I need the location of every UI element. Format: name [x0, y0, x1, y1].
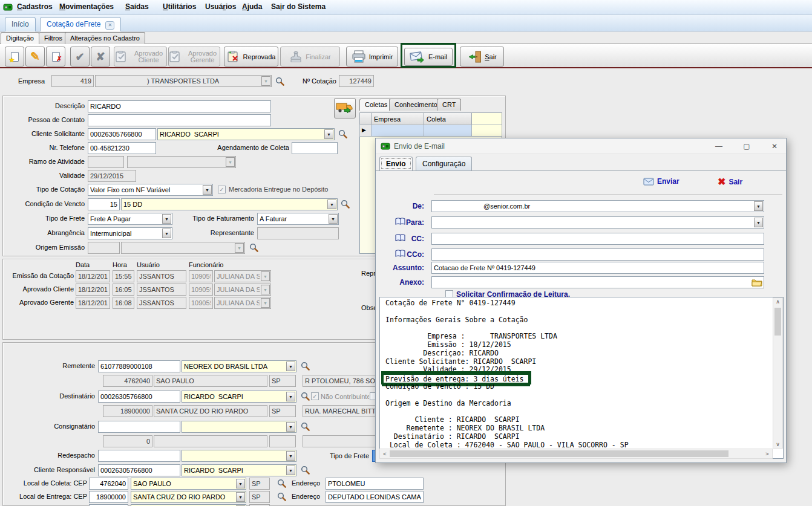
consignatario-nome-combo[interactable]: ▼	[182, 421, 296, 433]
menu-usuarios[interactable]: Usuários	[205, 2, 236, 11]
row-marker-cell[interactable]: ▶	[359, 125, 372, 137]
search-icon[interactable]	[277, 492, 287, 502]
chevron-down-icon[interactable]: ▼	[203, 185, 212, 195]
anexo-input[interactable]	[431, 276, 764, 288]
search-icon[interactable]	[301, 362, 310, 371]
scroll-left-icon[interactable]: <	[381, 451, 388, 457]
chevron-down-icon[interactable]: ▼	[286, 465, 295, 475]
tipo-faturamento-combo[interactable]: A Faturar▼	[257, 213, 339, 225]
email-body-text[interactable]: Cotação de Frete N° 0419-127449 Informaç…	[379, 297, 784, 459]
cco-input[interactable]	[431, 248, 764, 261]
delete-button[interactable]: ✗	[46, 47, 65, 66]
grid-header-coleta[interactable]: Coleta	[424, 112, 472, 125]
tipo-frete-combo[interactable]: Frete A Pagar▼	[88, 213, 172, 225]
folder-icon[interactable]	[751, 278, 762, 287]
condicao-vencto-combo[interactable]: 15 DD▼	[121, 198, 338, 210]
email-button[interactable]: E-mail	[404, 48, 453, 66]
reprovada-button[interactable]: Reprovada	[224, 47, 278, 66]
close-tab-icon[interactable]: ✕	[105, 21, 114, 30]
scrollbar-thumb[interactable]	[390, 450, 729, 457]
grid-row-empresa-cell[interactable]	[371, 125, 424, 137]
menu-movimentacoes[interactable]: Movimentações	[59, 2, 114, 11]
chevron-down-icon[interactable]: ▼	[286, 392, 295, 401]
edit-button[interactable]: ✎	[25, 47, 45, 66]
grid-row-coleta-cell[interactable]	[424, 125, 472, 137]
tab-cotacao-de-frete[interactable]: Cotação deFrete✕	[40, 17, 121, 31]
horizontal-scrollbar[interactable]: < >	[379, 449, 773, 459]
maximize-icon[interactable]: ▢	[736, 140, 757, 153]
destinatario-nome-combo[interactable]: RICARDO SCARPI▼	[182, 391, 296, 403]
tab-envio[interactable]: Envio	[379, 157, 413, 170]
enviar-coleta-button[interactable]	[334, 98, 356, 118]
chevron-down-icon[interactable]: ▼	[286, 362, 295, 371]
cancel-button[interactable]: ✘	[91, 47, 110, 66]
tab-coletas[interactable]: Coletas	[359, 99, 393, 111]
remetente-nome-combo[interactable]: NEOREX DO BRASIL LTDA▼	[182, 360, 296, 372]
menu-sair-do-sistema[interactable]: Sair do Sistema	[271, 2, 326, 11]
remetente-codigo-input[interactable]: 61077889000108	[98, 360, 180, 372]
tab-filtros[interactable]: Filtros	[39, 32, 68, 44]
chevron-down-icon[interactable]: ▼	[327, 199, 336, 209]
scrollbar-thumb[interactable]	[774, 308, 781, 336]
grid-header-empresa[interactable]: Empresa	[371, 112, 424, 125]
new-record-button[interactable]: ★	[5, 47, 24, 66]
entrega-endereco-input[interactable]: DEPUTADO LEONIDAS CAMARINHA	[326, 491, 424, 503]
coleta-endereco-input[interactable]: PTOLOMEU	[326, 478, 424, 490]
minimize-icon[interactable]: —	[709, 140, 729, 153]
tab-configuracao[interactable]: Configuração	[416, 157, 472, 170]
de-combo[interactable]: @senior.com.br▼	[431, 200, 764, 212]
tab-digitacao[interactable]: Digitação	[1, 32, 39, 44]
entrega-cidade-combo[interactable]: SANTA CRUZ DO RIO PARDO▼	[131, 491, 246, 503]
dialog-sair-button[interactable]: ✖ Sair	[718, 176, 742, 187]
coleta-cidade-combo[interactable]: SAO PAULO▼	[131, 478, 246, 490]
imprimir-button[interactable]: Imprimir	[346, 47, 398, 66]
redespacho-codigo-input[interactable]	[98, 450, 180, 462]
cliente-solicitante-nome-combo[interactable]: RICARDO SCARPI▼	[157, 128, 335, 140]
menu-saidas[interactable]: Saídas	[125, 2, 149, 11]
chevron-down-icon[interactable]: ▼	[236, 479, 245, 488]
scroll-up-icon[interactable]: ∧	[773, 299, 782, 305]
abrangencia-combo[interactable]: Intermunicipal▼	[88, 227, 172, 239]
cliente-responsavel-codigo-input[interactable]: 00026305766800	[98, 464, 180, 476]
search-icon[interactable]	[301, 392, 310, 401]
search-icon[interactable]	[275, 77, 285, 86]
chevron-down-icon[interactable]: ▼	[236, 492, 245, 502]
search-icon[interactable]	[301, 465, 310, 475]
nr-telefone-input[interactable]: 00-45821230	[88, 142, 156, 154]
search-icon[interactable]	[338, 129, 348, 139]
enviar-button[interactable]: Enviar	[643, 177, 679, 186]
finalizar-button[interactable]: Finalizar	[280, 47, 340, 66]
consignatario-codigo-input[interactable]	[98, 421, 180, 433]
search-icon[interactable]	[341, 199, 350, 209]
chevron-down-icon[interactable]: ▼	[286, 422, 295, 432]
tab-crt[interactable]: CRT	[437, 99, 461, 111]
chevron-down-icon[interactable]: ▼	[162, 229, 171, 238]
assunto-input[interactable]: Cotacao de Frete Nº 0419-127449	[431, 262, 764, 274]
agendamento-input[interactable]	[292, 142, 338, 154]
cliente-responsavel-nome-combo[interactable]: RICARDO SCARPI▼	[182, 464, 296, 476]
chevron-down-icon[interactable]: ▼	[324, 129, 333, 139]
chevron-down-icon[interactable]: ▼	[162, 214, 171, 224]
menu-cadastros[interactable]: Cadastros	[17, 2, 53, 11]
cc-input[interactable]	[431, 233, 764, 245]
coleta-cep-input[interactable]: 4762040	[89, 478, 128, 490]
menu-utilitarios[interactable]: Utilitários	[163, 2, 196, 11]
chevron-down-icon[interactable]: ▼	[754, 218, 763, 227]
search-icon[interactable]	[277, 479, 287, 488]
tipo-cotacao-combo[interactable]: Valor Fixo com NF Variável▼	[88, 184, 213, 196]
vertical-scrollbar[interactable]: ∧ ∨	[773, 297, 783, 449]
search-icon[interactable]	[249, 243, 259, 253]
dialog-title-bar[interactable]: Envio de E-mail — ▢ ✕	[376, 138, 786, 154]
confirm-button[interactable]: ✔	[70, 47, 90, 66]
entrega-cep-input[interactable]: 18900000	[89, 491, 128, 503]
chevron-down-icon[interactable]: ▼	[754, 201, 763, 211]
chevron-down-icon[interactable]: ▼	[329, 214, 338, 224]
tab-inicio[interactable]: Início	[5, 17, 36, 31]
tab-alteracoes-no-cadastro[interactable]: Alterações no Cadastro	[65, 32, 145, 44]
destinatario-codigo-input[interactable]: 00026305766800	[98, 391, 180, 403]
aprovado-gerente-button[interactable]: Aprovado Gerente	[168, 47, 220, 66]
search-icon[interactable]	[301, 422, 310, 432]
scroll-right-icon[interactable]: >	[764, 451, 771, 457]
scroll-down-icon[interactable]: ∨	[773, 441, 782, 447]
chevron-down-icon[interactable]: ▼	[286, 451, 295, 461]
